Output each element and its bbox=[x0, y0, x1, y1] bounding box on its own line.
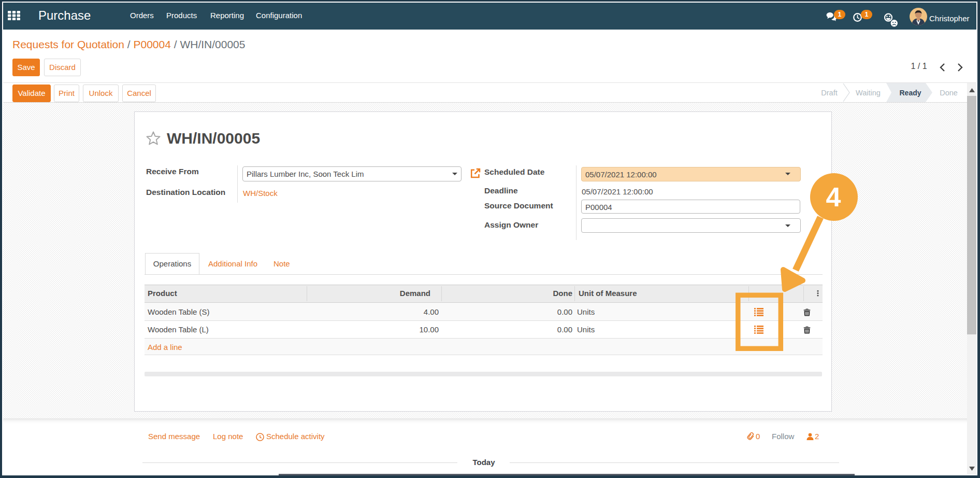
svg-text:Draft: Draft bbox=[821, 89, 837, 97]
svg-text:Ready: Ready bbox=[899, 89, 921, 97]
svg-text:Waiting: Waiting bbox=[856, 89, 881, 97]
svg-text:Done: Done bbox=[940, 89, 958, 97]
